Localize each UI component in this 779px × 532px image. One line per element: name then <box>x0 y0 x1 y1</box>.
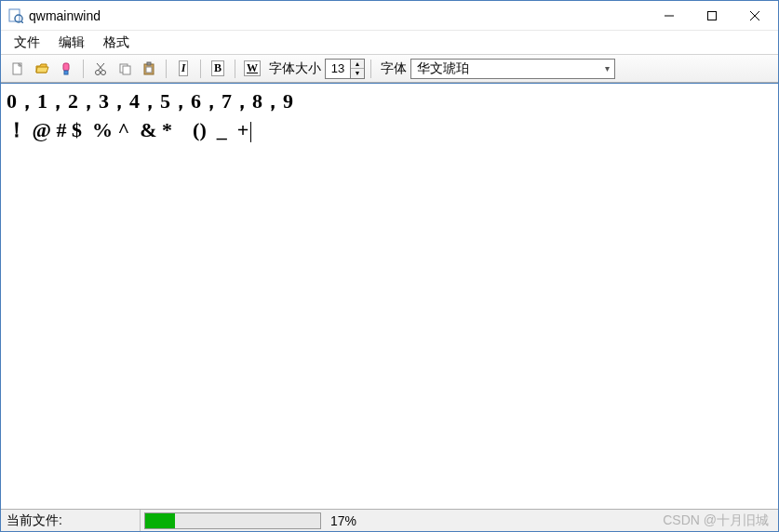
font-label: 字体 <box>381 60 407 77</box>
font-size-input[interactable] <box>326 61 350 75</box>
paste-icon[interactable] <box>138 58 160 80</box>
main-window: qwmainwind 文件 编辑 格式 I B W 字体大小 ▲ ▼ <box>0 0 779 532</box>
menu-file[interactable]: 文件 <box>5 32 49 54</box>
toolbar-separator <box>370 60 371 78</box>
font-combo-value: 华文琥珀 <box>411 60 599 77</box>
statusbar: 当前文件: 17% CSDN @十月旧城 <box>1 509 778 531</box>
spin-down-icon[interactable]: ▼ <box>351 69 364 78</box>
window-controls <box>648 2 776 30</box>
titlebar: qwmainwind <box>1 1 778 31</box>
toolbar-separator <box>83 60 84 78</box>
clear-icon[interactable] <box>55 58 77 80</box>
bold-button[interactable]: B <box>207 58 229 80</box>
app-icon <box>8 8 23 23</box>
svg-rect-18 <box>147 62 151 65</box>
svg-point-12 <box>101 70 106 74</box>
svg-line-13 <box>98 63 104 71</box>
progress-bar <box>144 512 321 529</box>
cut-icon[interactable] <box>89 58 112 80</box>
toolbar: I B W 字体大小 ▲ ▼ 字体 华文琥珀 ▾ <box>1 55 778 83</box>
underline-button[interactable]: W <box>241 58 263 80</box>
current-file-label: 当前文件: <box>1 510 141 531</box>
svg-rect-19 <box>146 67 152 73</box>
watermark: CSDN @十月旧城 <box>663 512 769 529</box>
copy-icon[interactable] <box>114 58 136 80</box>
font-size-label: 字体大小 <box>269 60 321 77</box>
svg-line-14 <box>97 63 103 71</box>
toolbar-separator <box>200 60 201 78</box>
menubar: 文件 编辑 格式 <box>1 31 778 55</box>
progress-text: 17% <box>330 513 356 528</box>
menu-format[interactable]: 格式 <box>94 32 139 54</box>
font-combobox[interactable]: 华文琥珀 ▾ <box>410 59 615 79</box>
progress-fill <box>145 513 175 528</box>
svg-rect-4 <box>708 11 717 20</box>
font-size-spinner[interactable]: ▲ ▼ <box>325 59 365 79</box>
text-editor[interactable]: 0，1，2，3，4，5，6，7，8，9 ！ @ # $ % ^ & * () _… <box>1 83 778 509</box>
svg-line-2 <box>21 21 23 23</box>
close-button[interactable] <box>733 2 776 30</box>
open-file-icon[interactable] <box>31 58 53 80</box>
window-title: qwmainwind <box>29 8 648 23</box>
svg-point-11 <box>96 70 101 74</box>
minimize-button[interactable] <box>648 2 691 30</box>
svg-rect-16 <box>123 66 130 74</box>
maximize-button[interactable] <box>691 2 733 30</box>
toolbar-separator <box>235 60 235 78</box>
text-cursor <box>250 122 251 142</box>
toolbar-separator <box>166 60 167 78</box>
spin-up-icon[interactable]: ▲ <box>351 60 364 69</box>
svg-rect-9 <box>63 63 69 71</box>
menu-edit[interactable]: 编辑 <box>49 32 94 54</box>
svg-rect-10 <box>64 71 68 74</box>
editor-content: 0，1，2，3，4，5，6，7，8，9 ！ @ # $ % ^ & * () _… <box>7 87 772 145</box>
new-file-icon[interactable] <box>7 58 29 80</box>
chevron-down-icon: ▾ <box>599 63 614 73</box>
italic-button[interactable]: I <box>172 58 195 80</box>
